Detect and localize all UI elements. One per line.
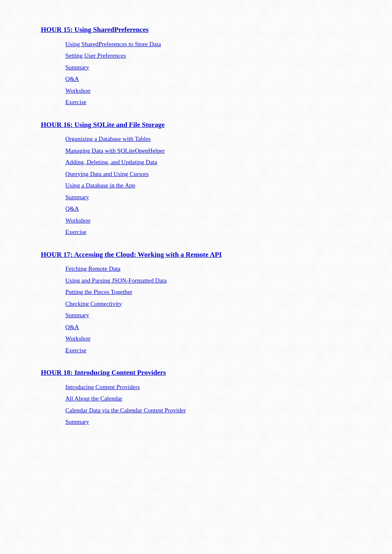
section-hour15: HOUR 15: Using SharedPreferencesUsing Sh… [41, 24, 359, 108]
hour15-item-0[interactable]: Using SharedPreferences to Store Data [65, 38, 359, 50]
hour17-subitems: Fetching Remote DataUsing and Parsing JS… [41, 263, 359, 356]
hour17-item-4[interactable]: Summary [65, 309, 359, 321]
hour15-item-5[interactable]: Exercise [65, 96, 359, 108]
hour16-item-0[interactable]: Organizing a Database with Tables [65, 133, 359, 145]
hour18-item-2[interactable]: Calendar Data via the Calendar Content P… [65, 405, 359, 416]
hour17-item-2[interactable]: Putting the Pieces Together [65, 286, 359, 298]
hour17-title-text: Accessing the Cloud: Working with a Remo… [73, 251, 222, 258]
hour16-title[interactable]: HOUR 16: Using SQLite and File Storage [41, 120, 359, 130]
hour16-item-2[interactable]: Adding, Deleting, and Updating Data [65, 156, 359, 168]
hour18-subitems: Introducing Content ProvidersAll About t… [41, 381, 359, 428]
hour16-item-6[interactable]: Q&A [65, 203, 359, 215]
hour16-item-8[interactable]: Exercise [65, 226, 359, 238]
hour15-title-text: Using SharedPreferences [73, 26, 149, 33]
section-hour16: HOUR 16: Using SQLite and File StorageOr… [41, 120, 359, 238]
hour17-item-7[interactable]: Exercise [65, 345, 359, 356]
hour16-item-7[interactable]: Workshop [65, 215, 359, 227]
hour15-item-4[interactable]: Workshop [65, 85, 359, 97]
section-hour18: HOUR 18: Introducing Content ProvidersIn… [41, 367, 359, 428]
hour17-item-3[interactable]: Checking Connectivity [65, 298, 359, 310]
hour16-title-text: Using SQLite and File Storage [73, 121, 165, 129]
hour15-item-1[interactable]: Setting User Preferences [65, 50, 359, 62]
hour16-item-3[interactable]: Querying Data and Using Cursors [65, 168, 359, 180]
hour17-title[interactable]: HOUR 17: Accessing the Cloud: Working wi… [41, 249, 359, 260]
hour15-item-3[interactable]: Q&A [65, 73, 359, 85]
hour17-item-6[interactable]: Workshop [65, 333, 359, 345]
section-hour17: HOUR 17: Accessing the Cloud: Working wi… [41, 249, 359, 356]
hour16-item-5[interactable]: Summary [65, 191, 359, 203]
hour16-subitems: Organizing a Database with TablesManagin… [41, 133, 359, 238]
main-content: HOUR 15: Using SharedPreferencesUsing Sh… [0, 0, 392, 554]
hour15-item-2[interactable]: Summary [65, 62, 359, 73]
hour16-label: HOUR 16: [41, 121, 73, 129]
hour17-item-1[interactable]: Using and Parsing JSON-Formatted Data [65, 275, 359, 287]
hour17-item-0[interactable]: Fetching Remote Data [65, 263, 359, 275]
hour17-item-5[interactable]: Q&A [65, 321, 359, 333]
hour15-label: HOUR 15: [41, 26, 73, 33]
hour17-label: HOUR 17: [41, 251, 73, 258]
hour15-title[interactable]: HOUR 15: Using SharedPreferences [41, 24, 359, 35]
hour18-title[interactable]: HOUR 18: Introducing Content Providers [41, 367, 359, 378]
hour18-item-3[interactable]: Summary [65, 416, 359, 428]
hour16-item-4[interactable]: Using a Database in the App [65, 180, 359, 191]
hour18-item-0[interactable]: Introducing Content Providers [65, 381, 359, 393]
hour16-item-1[interactable]: Managing Data with SQLiteOpenHelper [65, 145, 359, 157]
hour18-title-text: Introducing Content Providers [73, 369, 166, 376]
hour18-label: HOUR 18: [41, 369, 73, 376]
hour18-item-1[interactable]: All About the Calendar [65, 393, 359, 405]
hour15-subitems: Using SharedPreferences to Store DataSet… [41, 38, 359, 108]
